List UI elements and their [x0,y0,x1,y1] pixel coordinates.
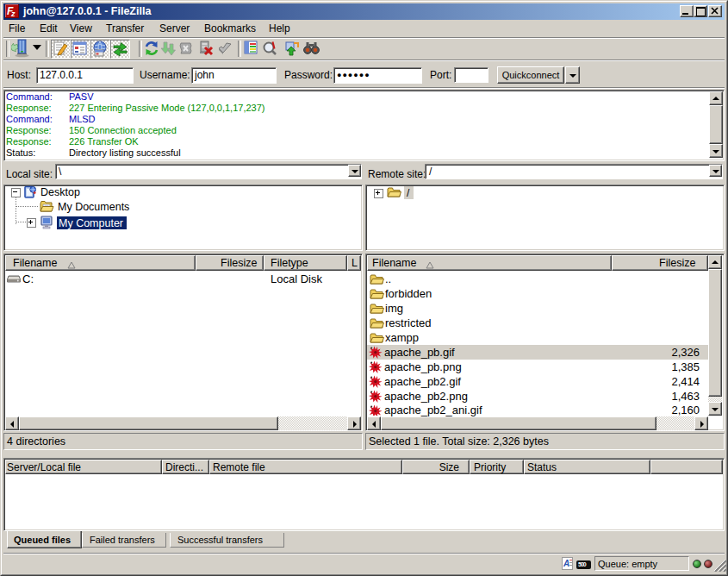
svg-text:z: z [10,9,16,18]
